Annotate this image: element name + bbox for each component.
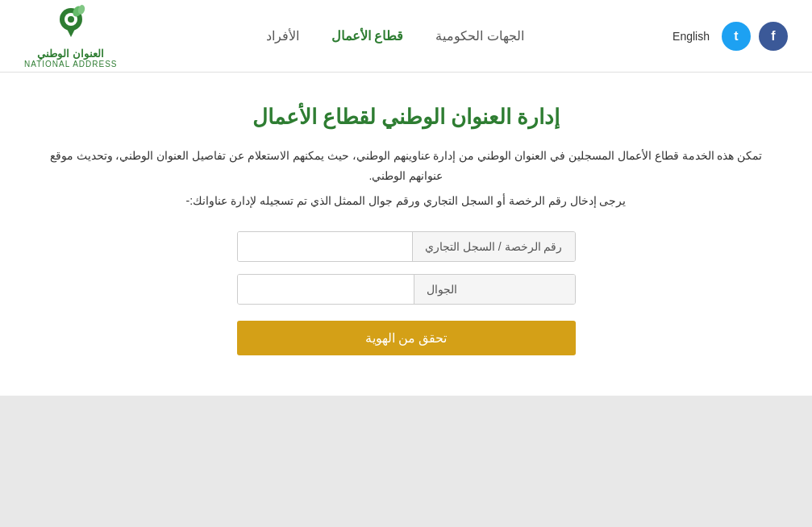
mobile-field-group: الجوال (237, 274, 576, 305)
nav-item-individuals[interactable]: الأفراد (266, 28, 299, 44)
page-sub-description: يرجى إدخال رقم الرخصة أو السجل التجاري و… (16, 194, 796, 207)
twitter-icon[interactable]: t (722, 22, 751, 51)
twitter-letter: t (734, 29, 738, 44)
license-label: رقم الرخصة / السجل التجاري (412, 232, 574, 261)
english-link[interactable]: English (673, 30, 710, 43)
logo: العنوان الوطني NATIONAL ADDRESS (24, 3, 117, 68)
logo-wrapper: العنوان الوطني NATIONAL ADDRESS (24, 3, 117, 68)
verify-button[interactable]: تحقق من الهوية (237, 321, 576, 355)
mobile-label: الجوال (414, 275, 575, 304)
nav-item-government[interactable]: الجهات الحكومية (435, 28, 523, 44)
page-description: تمكن هذه الخدمة قطاع الأعمال المسجلين في… (44, 146, 769, 186)
nav-item-business[interactable]: قطاع الأعمال (331, 28, 403, 44)
main-content: إدارة العنوان الوطني لقطاع الأعمال تمكن … (0, 73, 812, 396)
page-title: إدارة العنوان الوطني لقطاع الأعمال (16, 105, 796, 130)
license-input-row: رقم الرخصة / السجل التجاري (237, 231, 576, 262)
svg-point-2 (68, 16, 74, 23)
license-field-group: رقم الرخصة / السجل التجاري (237, 231, 576, 262)
svg-marker-3 (65, 26, 77, 37)
mobile-input-row: الجوال (237, 274, 576, 305)
mobile-input[interactable] (238, 275, 414, 304)
license-input[interactable] (238, 232, 413, 261)
main-nav: الجهات الحكومية قطاع الأعمال الأفراد (266, 28, 524, 44)
facebook-icon[interactable]: f (759, 22, 788, 51)
header: f t English الجهات الحكومية قطاع الأعمال… (0, 0, 812, 73)
logo-text-arabic: العنوان الوطني (37, 48, 104, 60)
facebook-letter: f (771, 29, 775, 44)
login-form: رقم الرخصة / السجل التجاري الجوال تحقق م… (237, 231, 576, 355)
logo-svg (47, 3, 95, 48)
logo-text-english: NATIONAL ADDRESS (24, 60, 117, 68)
header-left: f t English (673, 22, 788, 51)
bottom-area (0, 396, 812, 527)
